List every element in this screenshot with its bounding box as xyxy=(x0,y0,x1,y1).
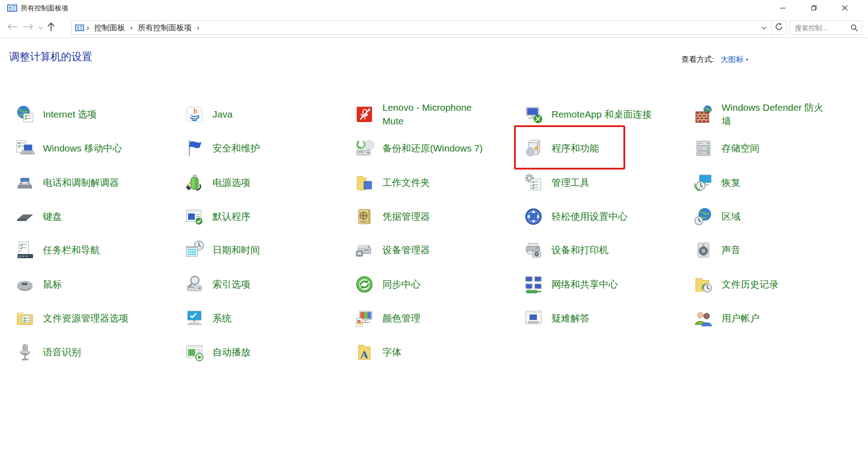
cpl-item-label: 网络和共享中心 xyxy=(552,278,618,291)
default-programs-icon xyxy=(184,207,204,227)
cpl-item-mobility-center[interactable]: Windows 移动中心 xyxy=(15,138,122,158)
cpl-item-label: RemoteApp 和桌面连接 xyxy=(552,108,652,121)
back-button[interactable] xyxy=(5,17,19,38)
java-icon xyxy=(184,104,204,124)
search-input[interactable] xyxy=(794,24,849,32)
cpl-item-label: 电话和调制解调器 xyxy=(43,176,119,189)
cpl-item-devices-printers[interactable]: 设备和打印机 xyxy=(524,240,609,260)
taskbar-nav-icon xyxy=(15,240,35,260)
address-dropdown-icon xyxy=(761,24,767,32)
cpl-item-phone-modem[interactable]: 电话和调制解调器 xyxy=(15,173,119,193)
cpl-item-defender-firewall[interactable]: Windows Defender 防火 墙 xyxy=(693,104,823,124)
speech-recognition-icon xyxy=(15,342,35,362)
cpl-item-label: 电源选项 xyxy=(212,176,250,189)
cpl-item-network-sharing[interactable]: 网络和共享中心 xyxy=(524,274,618,294)
close-button[interactable] xyxy=(829,0,860,17)
cpl-item-keyboard[interactable]: 键盘 xyxy=(15,207,62,227)
view-by-control: 查看方式: 大图标 ▾ xyxy=(681,54,748,65)
cpl-item-label: 安全和维护 xyxy=(212,142,260,155)
cpl-item-credential-manager[interactable]: 凭据管理器 xyxy=(354,207,430,227)
cpl-item-java[interactable]: Java xyxy=(184,104,232,124)
cpl-item-device-manager[interactable]: 设备管理器 xyxy=(354,240,430,260)
cpl-item-internet-options[interactable]: Internet 选项 xyxy=(15,104,97,124)
cpl-item-label: 设备和打印机 xyxy=(552,243,609,257)
cpl-item-work-folders[interactable]: 工作文件夹 xyxy=(354,173,430,193)
restore-button[interactable] xyxy=(798,0,829,17)
cpl-item-label: 凭据管理器 xyxy=(382,210,430,223)
autoplay-icon xyxy=(184,342,204,362)
cpl-item-storage-spaces[interactable]: 存储空间 xyxy=(693,138,760,158)
minimize-button[interactable] xyxy=(767,0,798,17)
cpl-item-label: 疑难解答 xyxy=(552,312,590,325)
cpl-item-label: 系统 xyxy=(212,312,231,325)
cpl-item-default-programs[interactable]: 默认程序 xyxy=(184,207,250,227)
cpl-item-color-management[interactable]: 颜色管理 xyxy=(354,308,420,328)
cpl-item-indexing-options[interactable]: 索引选项 xyxy=(184,274,250,294)
cpl-item-power-options[interactable]: 电源选项 xyxy=(184,173,250,193)
breadcrumb-item-control-panel[interactable]: 控制面板 xyxy=(91,23,127,33)
color-management-icon xyxy=(354,308,374,328)
cpl-item-label: Windows Defender 防火 墙 xyxy=(722,101,823,128)
phone-modem-icon xyxy=(15,173,35,193)
cpl-item-file-history[interactable]: 文件历史记录 xyxy=(693,274,778,294)
cpl-item-label: 默认程序 xyxy=(212,210,250,223)
internet-options-icon xyxy=(15,104,35,124)
refresh-icon xyxy=(775,23,783,33)
cpl-item-label: 日期和时间 xyxy=(212,243,260,257)
cpl-item-label: 文件资源管理器选项 xyxy=(43,312,128,325)
cpl-item-sound[interactable]: 声音 xyxy=(693,240,741,260)
cpl-item-fonts[interactable]: A字体 xyxy=(354,342,401,362)
cpl-item-sync-center[interactable]: 同步中心 xyxy=(354,274,420,294)
cpl-item-label: 文件历史记录 xyxy=(722,278,778,291)
cpl-item-label: 鼠标 xyxy=(43,278,62,291)
region-icon xyxy=(693,207,713,227)
cpl-item-recovery[interactable]: 恢复 xyxy=(693,173,741,193)
mobility-center-icon xyxy=(15,138,35,158)
title-bar: 所有控制面板项 xyxy=(0,0,868,17)
cpl-item-label: 用户帐户 xyxy=(722,312,760,325)
cpl-item-label: 设备管理器 xyxy=(382,243,430,257)
window-title: 所有控制面板项 xyxy=(21,4,68,13)
cpl-item-lenovo-mic-mute[interactable]: Lenovo - Microphone Mute xyxy=(354,104,472,124)
file-history-icon xyxy=(693,274,713,294)
cpl-item-troubleshooting[interactable]: 疑难解答 xyxy=(524,308,590,328)
view-by-dropdown[interactable]: 大图标 ▾ xyxy=(721,54,748,65)
cpl-item-label: 备份和还原(Windows 7) xyxy=(382,142,483,155)
cpl-item-taskbar-nav[interactable]: 任务栏和导航 xyxy=(15,240,100,260)
cpl-item-system[interactable]: 系统 xyxy=(184,308,231,328)
forward-button[interactable] xyxy=(22,17,35,38)
cpl-item-programs-features[interactable]: 程序和功能 xyxy=(524,138,599,158)
cpl-item-region[interactable]: 区域 xyxy=(693,207,741,227)
storage-spaces-icon xyxy=(693,138,713,158)
search-icon[interactable] xyxy=(850,24,858,32)
cpl-item-label: 键盘 xyxy=(43,210,62,223)
cpl-item-remoteapp[interactable]: RemoteApp 和桌面连接 xyxy=(524,104,652,124)
cpl-item-label: 管理工具 xyxy=(552,176,590,189)
cpl-item-user-accounts[interactable]: 用户帐户 xyxy=(693,308,760,328)
cpl-item-security-maintenance[interactable]: 安全和维护 xyxy=(184,138,260,158)
cpl-item-mouse[interactable]: 鼠标 xyxy=(15,274,62,294)
cpl-item-label: 区域 xyxy=(722,210,741,223)
cpl-item-admin-tools[interactable]: 管理工具 xyxy=(524,173,590,193)
cpl-item-date-time[interactable]: 日期和时间 xyxy=(184,240,260,260)
up-button[interactable] xyxy=(44,17,58,38)
address-dropdown-button[interactable] xyxy=(757,21,771,34)
breadcrumb-item-all-items[interactable]: 所有控制面板项 xyxy=(135,23,194,33)
minimize-icon xyxy=(780,5,786,13)
cpl-item-backup-restore[interactable]: 备份和还原(Windows 7) xyxy=(354,138,483,158)
cpl-item-explorer-options[interactable]: 文件资源管理器选项 xyxy=(15,308,128,328)
cpl-item-speech-recognition[interactable]: 语音识别 xyxy=(15,342,81,362)
control-panel-icon xyxy=(75,24,84,31)
close-icon xyxy=(842,5,848,13)
cpl-item-label: 工作文件夹 xyxy=(382,176,430,189)
refresh-button[interactable] xyxy=(772,21,786,34)
control-panel-icon xyxy=(7,5,17,12)
cpl-item-autoplay[interactable]: 自动播放 xyxy=(184,342,250,362)
cpl-item-ease-of-access[interactable]: 轻松使用设置中心 xyxy=(524,207,627,227)
cpl-item-label: 索引选项 xyxy=(212,278,250,291)
back-icon xyxy=(7,23,18,32)
address-bar[interactable]: › 控制面板 › 所有控制面板项 › xyxy=(71,20,787,35)
work-folders-icon xyxy=(354,173,374,193)
page-title: 调整计算机的设置 xyxy=(9,50,92,64)
recent-locations-button[interactable] xyxy=(36,17,45,38)
